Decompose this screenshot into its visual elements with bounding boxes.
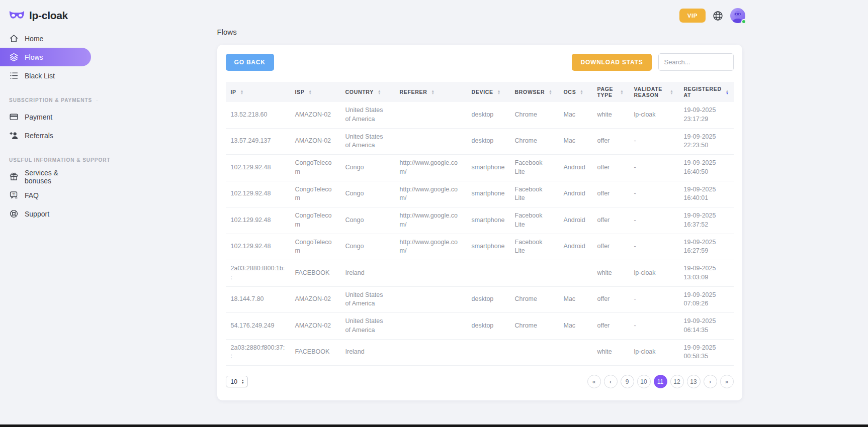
cell-registered-at: 19-09-2025 13:03:09: [679, 260, 734, 287]
page-button[interactable]: 11: [654, 375, 667, 388]
sidebar-item-flows[interactable]: Flows: [0, 48, 91, 66]
cell-ip: 102.129.92.48: [226, 155, 290, 181]
cell-validate-reason: -: [629, 286, 679, 313]
table-row: 13.57.249.137 AMAZON-02 United States of…: [226, 128, 734, 155]
column-header[interactable]: PAGE TYPE ▲▼: [592, 82, 629, 102]
brand-name: lp-cloak: [29, 10, 68, 22]
page-button[interactable]: ‹: [604, 375, 618, 388]
cell-referer: [395, 260, 467, 287]
cell-browser: Chrome: [510, 102, 559, 128]
cell-country: United States of America: [340, 128, 395, 155]
sidebar-item-payment[interactable]: Payment: [0, 108, 91, 126]
sidebar-item-label: FAQ: [25, 191, 39, 199]
column-header[interactable]: OCS ▲▼: [559, 82, 592, 102]
cell-referer: [395, 286, 467, 313]
column-header[interactable]: VALIDATE REASON ▲▼: [629, 82, 679, 102]
cell-browser: Facebook Lite: [510, 207, 559, 234]
cell-country: Congo: [340, 207, 395, 234]
cell-ip: 102.129.92.48: [226, 207, 290, 234]
page-button[interactable]: 10: [637, 375, 651, 388]
column-label: VALIDATE REASON: [634, 86, 666, 98]
flows-card: GO BACK DOWNLOAD STATS: [217, 45, 742, 400]
cell-validate-reason: -: [629, 234, 679, 260]
column-label: REGISTERED AT: [684, 86, 722, 98]
column-header[interactable]: REFERER ▲▼: [395, 82, 467, 102]
sort-icon[interactable]: ▲▼: [431, 89, 435, 94]
cell-isp: CongoTelecom: [290, 234, 340, 260]
table-row: 2a03:2880:f800:37:: FACEBOOK Ireland whi…: [226, 339, 734, 366]
cell-country: Congo: [340, 181, 395, 207]
table-body: 13.52.218.60 AMAZON-02 United States of …: [226, 102, 734, 366]
cell-device: desktop: [467, 286, 510, 313]
table-row: 18.144.7.80 AMAZON-02 United States of A…: [226, 286, 734, 313]
cell-country: Congo: [340, 155, 395, 181]
sidebar-item-label: Black List: [25, 72, 55, 80]
sort-icon[interactable]: ▲▼: [549, 89, 552, 94]
cell-referer: http://www.google.com/: [395, 155, 467, 181]
sort-icon[interactable]: ▲▼: [309, 89, 312, 94]
sidebar-item-label: Services & bonuses: [25, 169, 82, 185]
cell-page-type: offer: [592, 181, 629, 207]
cell-ocs: Mac: [559, 313, 592, 340]
cell-isp: FACEBOOK: [290, 260, 340, 287]
search-input[interactable]: [658, 53, 734, 71]
go-back-button[interactable]: GO BACK: [226, 54, 274, 71]
column-label: DEVICE: [472, 89, 493, 95]
sort-icon[interactable]: ▲▼: [497, 89, 501, 94]
cell-registered-at: 19-09-2025 16:27:59: [679, 234, 734, 260]
cell-validate-reason: -: [629, 313, 679, 340]
cell-isp: CongoTelecom: [290, 181, 340, 207]
sidebar-item-black-list[interactable]: Black List: [0, 66, 91, 85]
sidebar: Home Flows Black List SUBSCRIPTION & PAY…: [0, 29, 91, 223]
column-label: PAGE TYPE: [597, 86, 617, 98]
sort-icon[interactable]: ▲▼: [670, 89, 673, 94]
sidebar-item-referrals[interactable]: Referrals: [0, 126, 91, 145]
column-header[interactable]: REGISTERED AT ▲▼: [679, 82, 734, 102]
page-button[interactable]: «: [587, 375, 601, 388]
page-button[interactable]: 13: [687, 375, 701, 388]
sidebar-item-services[interactable]: Services & bonuses: [0, 167, 91, 186]
page-button[interactable]: 12: [670, 375, 684, 388]
column-header[interactable]: BROWSER ▲▼: [510, 82, 559, 102]
column-header[interactable]: ISP ▲▼: [290, 82, 340, 102]
sidebar-item-faq[interactable]: ?! FAQ: [0, 186, 91, 204]
sidebar-item-label: Payment: [25, 113, 52, 121]
cell-page-type: white: [592, 102, 629, 128]
cell-registered-at: 19-09-2025 16:37:52: [679, 207, 734, 234]
cell-registered-at: 19-09-2025 22:23:50: [679, 128, 734, 155]
pagination-pages: « ‹ 9 10 11 12 13 ›: [587, 375, 734, 388]
cell-ocs: Mac: [559, 286, 592, 313]
column-label: REFERER: [400, 89, 427, 95]
sort-icon[interactable]: ▲▼: [378, 89, 381, 94]
page-button[interactable]: ›: [704, 375, 717, 388]
cell-device: [467, 260, 510, 287]
column-label: OCS: [564, 89, 576, 95]
cell-ocs: Android: [559, 234, 592, 260]
cell-referer: [395, 128, 467, 155]
cell-referer: http://www.google.com/: [395, 181, 467, 207]
stepper-icon: ▲▼: [241, 379, 244, 384]
sidebar-item-home[interactable]: Home: [0, 29, 91, 48]
cell-device: desktop: [467, 102, 510, 128]
page-button[interactable]: 9: [621, 375, 634, 388]
cell-validate-reason: -: [629, 128, 679, 155]
column-header[interactable]: COUNTRY ▲▼: [340, 82, 395, 102]
column-header[interactable]: IP ▲▼: [226, 82, 290, 102]
download-stats-button[interactable]: DOWNLOAD STATS: [572, 54, 651, 71]
cell-registered-at: 19-09-2025 06:14:35: [679, 313, 734, 340]
sort-icon[interactable]: ▲▼: [240, 89, 244, 94]
table-header: IP ▲▼ ISP ▲▼: [226, 82, 734, 102]
cell-device: smartphone: [467, 155, 510, 181]
sort-icon[interactable]: ▲▼: [726, 89, 729, 94]
cell-page-type: offer: [592, 234, 629, 260]
sidebar-section-support: USEFUL INFORMATION & SUPPORT: [0, 157, 91, 163]
sort-icon[interactable]: ▲▼: [620, 89, 624, 94]
table-row: 13.52.218.60 AMAZON-02 United States of …: [226, 102, 734, 128]
per-page-select[interactable]: 10 ▲▼: [226, 376, 248, 387]
mask-logo-icon: [9, 10, 25, 22]
sort-icon[interactable]: ▲▼: [580, 89, 583, 94]
page-button[interactable]: »: [720, 375, 734, 388]
column-header[interactable]: DEVICE ▲▼: [467, 82, 510, 102]
cell-device: desktop: [467, 313, 510, 340]
sidebar-item-support[interactable]: Support: [0, 204, 91, 223]
